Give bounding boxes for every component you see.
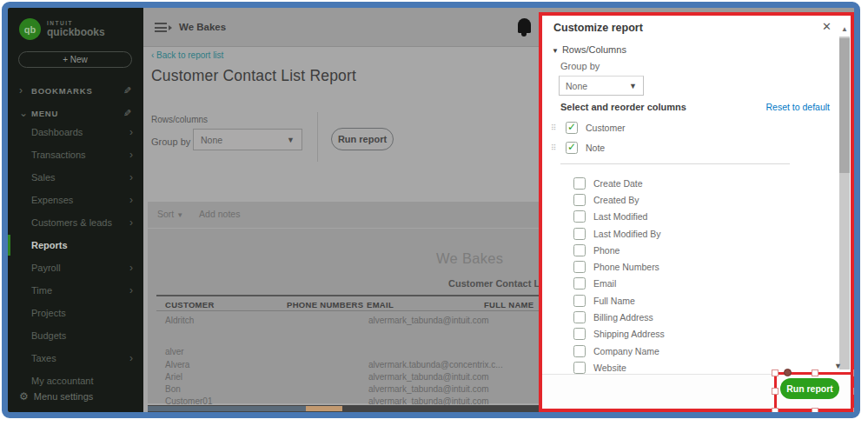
sidebar-item-label: Sales (31, 172, 129, 183)
panel-title: Customize report (553, 22, 643, 34)
scrollbar-thumb[interactable] (148, 406, 306, 411)
divider (560, 163, 790, 164)
panel-footer: Run report (542, 374, 851, 409)
close-icon[interactable]: ✕ (822, 20, 832, 33)
rows-columns-label: Rows/columns (151, 115, 208, 124)
checkbox-checked[interactable]: ✓ (566, 142, 578, 154)
column-header-customer[interactable]: CUSTOMER (165, 300, 215, 310)
menu-settings[interactable]: ⚙ Menu settings (19, 390, 93, 403)
checkbox-unchecked[interactable] (573, 194, 586, 206)
checkbox-unchecked[interactable] (573, 362, 586, 374)
checkbox-unchecked[interactable] (573, 295, 586, 307)
sidebar-item[interactable]: Expenses › (8, 189, 143, 211)
unchecked-columns-list: Create Date Created By Last Modified Las… (573, 175, 825, 376)
run-report-button[interactable]: Run report (331, 128, 394, 150)
column-label: Last Modified (593, 211, 647, 222)
checkbox-unchecked[interactable] (573, 345, 586, 357)
checkmark-icon: ✓ (567, 142, 576, 152)
column-label: Website (593, 363, 626, 373)
sidebar-item-label: Expenses (31, 195, 129, 205)
sidebar-item[interactable]: Projects (8, 302, 143, 324)
cell-email: alvermark_tabunda@intuit.com (368, 384, 489, 394)
company-name: We Bakes (179, 22, 226, 32)
report-company-name: We Bakes (436, 250, 503, 267)
column-label: Billing Address (593, 312, 653, 323)
sidebar-item[interactable]: Transactions › (8, 143, 143, 166)
rows-columns-section-toggle[interactable]: ▼Rows/Columns (552, 44, 626, 55)
caret-down-icon: ▼ (287, 136, 295, 144)
column-label: Company Name (593, 346, 659, 356)
sidebar-item-label: Taxes (31, 353, 129, 363)
checkbox-unchecked[interactable] (573, 311, 586, 323)
group-by-value: None (566, 81, 629, 91)
column-header-phone-numbers[interactable]: PHONE NUMBERS (287, 300, 363, 310)
sidebar-item[interactable]: Taxes › (8, 347, 143, 369)
sidebar-item[interactable]: Sales › (8, 166, 143, 189)
selection-handle (853, 408, 860, 415)
app-window: qb INTUIT quickbooks + New › BOOKMARKS ✎… (2, 2, 860, 418)
customize-report-panel: Customize report ✕ ▲ ▼Rows/Columns Group… (539, 12, 854, 412)
sidebar-section-menu[interactable]: ⌄ MENU ✎ (8, 105, 143, 121)
sidebar: qb INTUIT quickbooks + New › BOOKMARKS ✎… (8, 8, 143, 412)
checkmark-icon: ✓ (567, 122, 576, 132)
chevron-right-icon: › (129, 194, 133, 206)
brand-quickbooks: quickbooks (47, 27, 105, 38)
group-by-dropdown[interactable]: None ▼ (559, 76, 644, 96)
sidebar-item[interactable]: Reports (8, 234, 143, 256)
gear-icon: ⚙ (19, 390, 29, 403)
sidebar-nav: Dashboards › Transactions › Sales › Expe… (8, 121, 143, 392)
unchecked-column-row: Email (573, 276, 825, 292)
group-by-label: Group by (560, 61, 600, 71)
group-by-label: Group by (151, 136, 190, 147)
checkbox-unchecked[interactable] (573, 277, 586, 290)
sidebar-item[interactable]: Time › (8, 279, 143, 302)
cell-email: alvermark.tabunda@concentrix.c... (368, 360, 503, 369)
sidebar-item[interactable]: Customers & leads › (8, 211, 143, 234)
sidebar-item[interactable]: My accountant (8, 369, 143, 392)
chevron-down-icon: ⌄ (19, 107, 31, 119)
pencil-icon[interactable]: ✎ (123, 85, 131, 97)
reset-to-default-link[interactable]: Reset to default (765, 102, 830, 112)
hamburger-icon[interactable] (155, 23, 167, 32)
checkbox-unchecked[interactable] (573, 328, 586, 340)
checkbox-checked[interactable]: ✓ (566, 122, 578, 134)
sidebar-item-label: Reports (31, 240, 133, 250)
checkbox-unchecked[interactable] (573, 177, 586, 190)
sidebar-item[interactable]: Budgets (8, 324, 143, 347)
chevron-right-icon: › (129, 216, 133, 229)
sidebar-item[interactable]: Dashboards › (8, 121, 143, 143)
new-button[interactable]: + New (18, 51, 132, 68)
column-header-full-name[interactable]: FULL NAME (484, 300, 533, 310)
column-label: Create Date (593, 178, 643, 189)
cell-customer: Alvera (165, 360, 189, 369)
sidebar-section-bookmarks[interactable]: › BOOKMARKS ✎ (8, 83, 143, 98)
vertical-scrollbar[interactable]: ▲ (839, 37, 850, 369)
column-header-email[interactable]: EMAIL (367, 300, 394, 310)
drag-handle-icon[interactable]: ⠿ (551, 143, 563, 152)
checkbox-unchecked[interactable] (573, 210, 586, 223)
scroll-down-icon[interactable]: ▼ (834, 362, 842, 370)
column-label: Shipping Address (593, 329, 665, 339)
run-report-button-primary[interactable]: Run report (780, 378, 839, 399)
cell-customer: Bon (165, 384, 181, 394)
cell-customer: Aldritch (165, 316, 194, 325)
back-to-report-list-link[interactable]: ‹ Back to report list (151, 50, 223, 60)
checkbox-unchecked[interactable] (573, 261, 586, 273)
notification-bell-icon[interactable] (518, 18, 531, 33)
cell-customer: alver (165, 347, 184, 356)
sort-dropdown[interactable]: Sort ▼ (157, 209, 183, 219)
group-by-dropdown[interactable]: None ▼ (193, 129, 302, 150)
scroll-up-icon[interactable]: ▲ (841, 25, 848, 33)
scrollbar-thumb[interactable] (839, 38, 850, 173)
cell-email: alvermark_tabunda@intuit.com (368, 372, 489, 382)
pencil-icon[interactable]: ✎ (123, 108, 131, 119)
add-notes-link[interactable]: Add notes (199, 209, 240, 219)
chevron-right-icon: › (129, 149, 133, 161)
checkbox-unchecked[interactable] (573, 244, 586, 256)
column-label: Full Name (593, 296, 635, 306)
drag-handle-icon[interactable]: ⠿ (551, 123, 563, 132)
page-title: Customer Contact List Report (151, 67, 356, 85)
checkbox-unchecked[interactable] (573, 228, 586, 240)
sidebar-item[interactable]: Payroll › (8, 256, 143, 279)
cell-email: alvermark_tabunda@intuit.com (368, 316, 489, 325)
